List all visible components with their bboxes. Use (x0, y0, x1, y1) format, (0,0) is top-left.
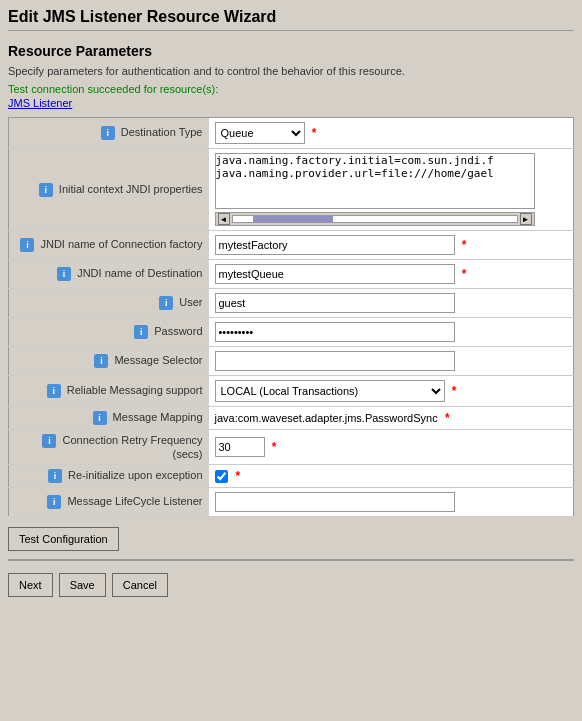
jndi-connection-value-cell: * (209, 231, 574, 260)
jndi-destination-required: * (462, 267, 467, 281)
jndi-destination-label-cell: i JNDI name of Destination (9, 260, 209, 289)
reinitialize-row: i Re-initialize upon exception * (9, 465, 574, 488)
message-mapping-label-cell: i Message Mapping (9, 407, 209, 430)
lifecycle-listener-label: Message LifeCycle Listener (67, 495, 202, 507)
destination-type-label: Destination Type (121, 126, 203, 138)
page-container: Edit JMS Listener Resource Wizard Resour… (0, 0, 582, 721)
message-selector-input[interactable] (215, 351, 455, 371)
jndi-props-scrollbar[interactable]: ◄ ► (215, 212, 535, 226)
description: Specify parameters for authentication an… (8, 65, 574, 77)
reinitialize-checkbox-container: * (215, 469, 568, 483)
message-mapping-row: i Message Mapping java:com.waveset.adapt… (9, 407, 574, 430)
message-mapping-value-cell: java:com.waveset.adapter.jms.PasswordSyn… (209, 407, 574, 430)
password-value-cell (209, 318, 574, 347)
test-config-container: Test Configuration (8, 527, 574, 551)
jndi-destination-row: i JNDI name of Destination * (9, 260, 574, 289)
next-button[interactable]: Next (8, 573, 53, 597)
scrollbar-thumb (253, 216, 333, 222)
jndi-destination-info-icon[interactable]: i (57, 267, 71, 281)
reliable-messaging-value-cell: LOCAL (Local Transactions) XA (Global Tr… (209, 376, 574, 407)
jndi-destination-value-cell: * (209, 260, 574, 289)
bottom-buttons: Next Save Cancel (8, 573, 574, 597)
user-value-cell (209, 289, 574, 318)
destination-type-info-icon[interactable]: i (101, 126, 115, 140)
user-input[interactable] (215, 293, 455, 313)
scrollbar-track (232, 215, 518, 223)
user-label: User (179, 296, 202, 308)
scroll-left-icon[interactable]: ◄ (218, 213, 230, 225)
destination-type-value-cell: Queue Topic * (209, 118, 574, 149)
message-mapping-info-icon[interactable]: i (93, 411, 107, 425)
jndi-connection-row: i JNDI name of Connection factory * (9, 231, 574, 260)
retry-frequency-row: i Connection Retry Frequency (secs) * (9, 430, 574, 465)
reinitialize-label: Re-initialize upon exception (68, 469, 203, 481)
form-table: i Destination Type Queue Topic * i Initi… (8, 117, 574, 517)
jndi-connection-label-cell: i JNDI name of Connection factory (9, 231, 209, 260)
message-mapping-value: java:com.waveset.adapter.jms.PasswordSyn… (215, 412, 438, 424)
jndi-props-info-icon[interactable]: i (39, 183, 53, 197)
lifecycle-listener-row: i Message LifeCycle Listener (9, 488, 574, 517)
jndi-connection-input[interactable] (215, 235, 455, 255)
jndi-destination-label: JNDI name of Destination (77, 267, 202, 279)
password-info-icon[interactable]: i (134, 325, 148, 339)
password-label-cell: i Password (9, 318, 209, 347)
message-selector-value-cell (209, 347, 574, 376)
success-message: Test connection succeeded for resource(s… (8, 83, 574, 95)
jms-listener-link[interactable]: JMS Listener (8, 97, 574, 109)
reliable-messaging-required: * (452, 384, 457, 398)
jndi-connection-required: * (462, 238, 467, 252)
cancel-button[interactable]: Cancel (112, 573, 168, 597)
retry-frequency-label-cell: i Connection Retry Frequency (secs) (9, 430, 209, 465)
jndi-props-value-cell: java.naming.factory.initial=com.sun.jndi… (209, 149, 574, 231)
section-title: Resource Parameters (8, 43, 574, 59)
user-label-cell: i User (9, 289, 209, 318)
message-mapping-label: Message Mapping (113, 411, 203, 423)
destination-type-label-cell: i Destination Type (9, 118, 209, 149)
password-input[interactable] (215, 322, 455, 342)
retry-frequency-input[interactable] (215, 437, 265, 457)
jndi-connection-label: JNDI name of Connection factory (40, 238, 202, 250)
jndi-destination-input[interactable] (215, 264, 455, 284)
reliable-messaging-select[interactable]: LOCAL (Local Transactions) XA (Global Tr… (215, 380, 445, 402)
reliable-messaging-info-icon[interactable]: i (47, 384, 61, 398)
jndi-props-label: Initial context JNDI properties (59, 183, 203, 195)
lifecycle-listener-input[interactable] (215, 492, 455, 512)
test-config-button[interactable]: Test Configuration (8, 527, 119, 551)
reinitialize-value-cell: * (209, 465, 574, 488)
reliable-messaging-label-cell: i Reliable Messaging support (9, 376, 209, 407)
reliable-messaging-row: i Reliable Messaging support LOCAL (Loca… (9, 376, 574, 407)
jndi-props-textarea[interactable]: java.naming.factory.initial=com.sun.jndi… (215, 153, 535, 209)
message-selector-row: i Message Selector (9, 347, 574, 376)
jndi-props-row: i Initial context JNDI properties java.n… (9, 149, 574, 231)
jndi-connection-info-icon[interactable]: i (20, 238, 34, 252)
scroll-right-icon[interactable]: ► (520, 213, 532, 225)
password-row: i Password (9, 318, 574, 347)
jndi-props-label-cell: i Initial context JNDI properties (9, 149, 209, 231)
page-title: Edit JMS Listener Resource Wizard (8, 8, 574, 31)
retry-frequency-info-icon[interactable]: i (42, 434, 56, 448)
reinitialize-label-cell: i Re-initialize upon exception (9, 465, 209, 488)
retry-frequency-value-cell: * (209, 430, 574, 465)
lifecycle-listener-value-cell (209, 488, 574, 517)
destination-type-row: i Destination Type Queue Topic * (9, 118, 574, 149)
reinitialize-required: * (236, 469, 241, 483)
lifecycle-listener-info-icon[interactable]: i (47, 495, 61, 509)
save-button[interactable]: Save (59, 573, 106, 597)
reliable-messaging-label: Reliable Messaging support (67, 384, 203, 396)
reinitialize-info-icon[interactable]: i (48, 469, 62, 483)
jndi-props-container: java.naming.factory.initial=com.sun.jndi… (215, 153, 568, 226)
destination-type-select[interactable]: Queue Topic (215, 122, 305, 144)
message-selector-label-cell: i Message Selector (9, 347, 209, 376)
password-label: Password (154, 325, 202, 337)
retry-frequency-label: Connection Retry Frequency (secs) (62, 434, 202, 460)
reinitialize-checkbox[interactable] (215, 470, 228, 483)
message-selector-label: Message Selector (114, 354, 202, 366)
user-row: i User (9, 289, 574, 318)
destination-type-required: * (312, 126, 317, 140)
user-info-icon[interactable]: i (159, 296, 173, 310)
retry-frequency-required: * (272, 440, 277, 454)
message-mapping-required: * (445, 411, 450, 425)
lifecycle-listener-label-cell: i Message LifeCycle Listener (9, 488, 209, 517)
message-selector-info-icon[interactable]: i (94, 354, 108, 368)
